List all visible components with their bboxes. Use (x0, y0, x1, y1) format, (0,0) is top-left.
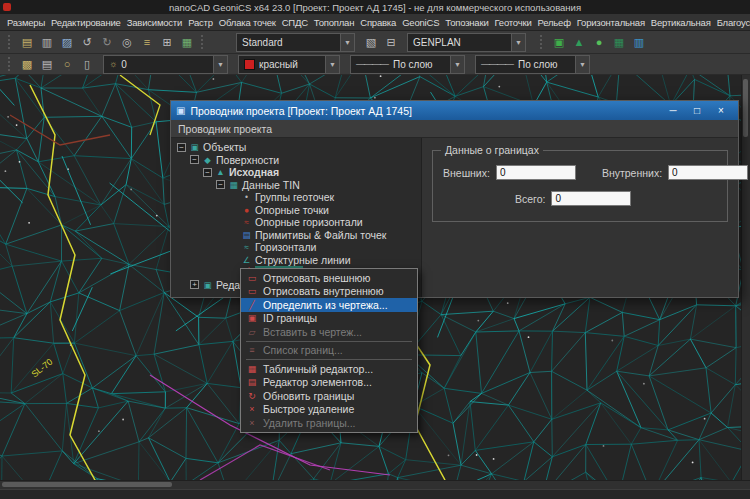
context-menu-item-12[interactable]: ×Удалить границы... (241, 416, 417, 430)
settings-icon[interactable]: ⊟ (382, 34, 400, 50)
geonics-export-icon[interactable]: ▥ (630, 34, 648, 50)
context-menu-item-4[interactable]: ▱Вставить в чертеж... (241, 325, 417, 339)
undo-icon[interactable]: ↺ (78, 34, 96, 50)
menu-item-0[interactable]: Размеры (4, 17, 48, 28)
expand-icon[interactable]: + (190, 280, 199, 289)
editing-icon: ▣ (202, 280, 213, 290)
properties-icon[interactable]: ⊞ (158, 34, 176, 50)
toolbar-grip[interactable] (201, 35, 206, 49)
status-bar (0, 489, 750, 499)
chevron-down-icon[interactable]: ▼ (213, 56, 227, 73)
external-count-field[interactable] (496, 165, 576, 180)
geonics-points-icon[interactable]: ● (590, 34, 608, 50)
chevron-down-icon[interactable]: ▼ (450, 56, 464, 73)
grid-icon[interactable]: ▦ (178, 34, 196, 50)
collapse-icon[interactable]: − (177, 143, 186, 152)
workspace-icon[interactable]: ▧ (362, 34, 380, 50)
horizontal-scrollbar[interactable] (0, 480, 750, 489)
control-contours-icon: ≈ (241, 217, 252, 227)
internal-count-field[interactable] (668, 165, 748, 180)
toolbar-grip[interactable] (8, 57, 13, 71)
menu-item-4[interactable]: Облака точек (216, 17, 279, 28)
collapse-icon[interactable]: − (203, 168, 212, 177)
lineweight-combo[interactable]: ———— По слою ▼ (475, 55, 590, 74)
tree-item-surfaces[interactable]: −◆Поверхности (175, 154, 421, 167)
menu-item-10[interactable]: Геоточки (492, 17, 535, 28)
layer-lock-icon[interactable]: ▯ (78, 56, 96, 72)
menu-item-9[interactable]: Топознаки (442, 17, 491, 28)
context-menu-item-3[interactable]: ▣ID границы (241, 312, 417, 326)
geonics-terrain-icon[interactable]: ▲ (570, 34, 588, 50)
context-menu-item-11[interactable]: ×Быстрое удаление (241, 403, 417, 417)
drawing-canvas[interactable]: SL-70 ▣ Проводник проекта [Проект: Проек… (0, 75, 750, 480)
text-style-combo[interactable]: Standard ▼ (236, 33, 355, 52)
quick-delete-icon: × (245, 404, 259, 414)
context-menu-label: Отрисовать внешнюю (263, 272, 370, 284)
chevron-down-icon[interactable]: ▼ (575, 56, 589, 73)
layer-states-icon[interactable]: ▤ (38, 56, 56, 72)
menu-item-7[interactable]: Справка (357, 17, 399, 28)
collapse-icon[interactable]: − (190, 155, 199, 164)
maximize-button[interactable]: □ (685, 103, 709, 118)
profile-combo[interactable]: GENPLAN ▼ (407, 33, 526, 52)
horizontal-scrollbar-thumb[interactable] (2, 482, 172, 487)
toolbar-grip[interactable] (540, 35, 545, 49)
layer-combo[interactable]: ☼ 0 ▼ (103, 55, 228, 74)
tree-item-tin-data[interactable]: −▦Данные TIN (175, 179, 421, 192)
tree-item-primitives[interactable]: ▤Примитивы & Файлы точек (175, 229, 421, 242)
context-menu-item-9[interactable]: ▤Редактор элементов... (241, 376, 417, 390)
vertical-scrollbar-thumb[interactable] (743, 79, 748, 137)
chevron-down-icon[interactable]: ▼ (325, 56, 339, 73)
context-menu-item-1[interactable]: ▭Отрисовать внутреннюю (241, 285, 417, 299)
layer-properties-icon[interactable]: ▩ (18, 56, 36, 72)
tree-item-breaklines[interactable]: ∠Структурные линии (175, 254, 421, 267)
menu-item-1[interactable]: Редактирование (48, 17, 124, 28)
layers-icon[interactable]: ≡ (138, 34, 156, 50)
tree-item-control-contours[interactable]: ≈Опорные горизонтали (175, 216, 421, 229)
tree-item-point-groups[interactable]: •Группы геоточек (175, 191, 421, 204)
geonics-grid-icon[interactable]: ▦ (610, 34, 628, 50)
toolbar2-left-icons: ▩▤○▯ (17, 56, 97, 72)
close-button[interactable]: × (709, 103, 733, 118)
tree-item-contours[interactable]: ≈Горизонтали (175, 241, 421, 254)
minimize-button[interactable]: ─ (661, 103, 685, 118)
context-menu-item-8[interactable]: ▦Табличный редактор... (241, 362, 417, 376)
layer-off-icon[interactable]: ○ (58, 56, 76, 72)
paste-icon[interactable]: ▤ (18, 34, 36, 50)
context-menu-item-0[interactable]: ▭Отрисовать внешнюю (241, 271, 417, 285)
zoom-icon[interactable]: ◎ (118, 34, 136, 50)
context-menu-label: ID границы (263, 312, 317, 324)
color-combo[interactable]: красный ▼ (238, 55, 340, 74)
delete-boundaries-icon: × (245, 418, 259, 428)
chevron-down-icon[interactable]: ▼ (340, 34, 354, 51)
geonics-survey-icon[interactable]: ▣ (550, 34, 568, 50)
external-label: Внешних: (443, 167, 490, 179)
menu-item-2[interactable]: Зависимости (124, 17, 185, 28)
collapse-icon[interactable]: − (216, 180, 225, 189)
tree-item-source-surface[interactable]: −▲Исходная (175, 166, 421, 179)
context-menu-item-2[interactable]: ╱Определить из чертежа... (241, 298, 417, 312)
menu-item-5[interactable]: СПДС (279, 17, 311, 28)
contours-icon: ≈ (241, 242, 252, 252)
explorer-title-bar[interactable]: ▣ Проводник проекта [Проект: Проект АД 1… (171, 101, 738, 120)
menu-item-6[interactable]: Топоплан (311, 17, 357, 28)
context-menu-item-6[interactable]: ≡Список границ... (241, 344, 417, 358)
toolbar-grip[interactable] (8, 35, 13, 49)
copy-icon[interactable]: ▥ (38, 34, 56, 50)
menu-item-3[interactable]: Растр (185, 17, 216, 28)
menu-item-13[interactable]: Вертикальная (648, 17, 714, 28)
linetype-combo[interactable]: ———— По слою ▼ (350, 55, 465, 74)
menu-item-12[interactable]: Горизонтальная (574, 17, 648, 28)
menu-item-8[interactable]: GeoniCS (399, 17, 442, 28)
chevron-down-icon[interactable]: ▼ (511, 34, 525, 51)
match-properties-icon[interactable]: ▨ (58, 34, 76, 50)
total-count-field[interactable] (551, 191, 631, 206)
menu-item-14[interactable]: Благоустройство (714, 17, 750, 28)
menu-item-11[interactable]: Рельеф (535, 17, 574, 28)
explorer-window-icon: ▣ (176, 105, 185, 116)
tree-item-control-points[interactable]: ●Опорные точки (175, 204, 421, 217)
context-menu-item-10[interactable]: ↻Обновить границы (241, 389, 417, 403)
redo-icon[interactable]: ↻ (98, 34, 116, 50)
tree-item-objects[interactable]: −▣Объекты (175, 141, 421, 154)
vertical-scrollbar[interactable] (741, 75, 750, 480)
